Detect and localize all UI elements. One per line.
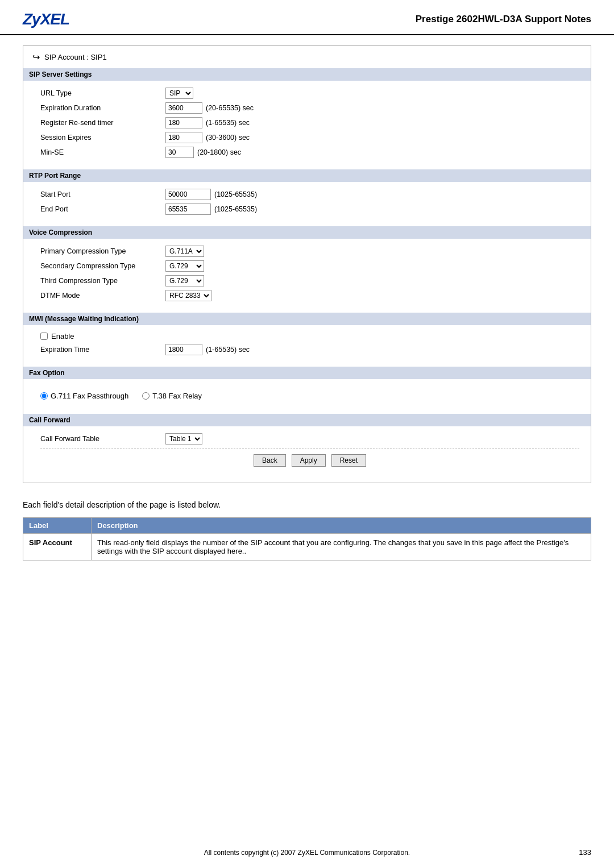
sip-server-body: URL Type SIP TEL Expiration Duration (20… — [23, 81, 591, 169]
sip-account-table-desc: This read-only field displays the number… — [92, 534, 591, 560]
sip-account-label: SIP Account : SIP1 — [44, 53, 107, 61]
url-type-select[interactable]: SIP TEL — [165, 88, 193, 99]
mwi-expiration-input[interactable] — [165, 344, 202, 355]
sip-account-row: ↪ SIP Account : SIP1 — [23, 46, 591, 68]
mwi-expiration-range: (1-65535) sec — [206, 346, 250, 354]
register-resend-value: (1-65535) sec — [165, 117, 250, 128]
fax-relay-radio[interactable] — [142, 392, 150, 400]
register-resend-row: Register Re-send timer (1-65535) sec — [40, 117, 579, 128]
voice-compression-header: Voice Compression — [23, 226, 591, 239]
third-compression-row: Third Compression Type G.711A G.711U G.7… — [40, 275, 579, 286]
secondary-compression-row: Secondary Compression Type G.711A G.711U… — [40, 260, 579, 272]
fax-relay-label: T.38 Fax Relay — [152, 392, 202, 400]
fax-passthrough-option: G.711 Fax Passthrough — [40, 392, 128, 400]
cursor-icon: ↪ — [32, 52, 40, 63]
url-type-value: SIP TEL — [165, 88, 193, 99]
footer-copyright: All contents copyright (c) 2007 ZyXEL Co… — [0, 849, 614, 857]
session-expires-range: (30-3600) sec — [206, 134, 250, 142]
end-port-row: End Port (1025-65535) — [40, 203, 579, 215]
mwi-header: MWI (Message Waiting Indication) — [23, 313, 591, 325]
apply-button[interactable]: Apply — [292, 454, 326, 467]
session-expires-label: Session Expires — [40, 134, 165, 142]
url-type-label: URL Type — [40, 89, 165, 97]
back-button[interactable]: Back — [254, 454, 286, 467]
third-compression-value: G.711A G.711U G.729 — [165, 275, 204, 286]
page-header: ZyXEL Prestige 2602HWL-D3A Support Notes — [0, 0, 614, 35]
url-type-row: URL Type SIP TEL — [40, 88, 579, 99]
call-forward-header: Call Forward — [23, 414, 591, 426]
end-port-range: (1025-65535) — [214, 205, 257, 213]
mwi-enable-checkbox[interactable] — [40, 333, 48, 340]
settings-panel: ↪ SIP Account : SIP1 SIP Server Settings… — [23, 45, 591, 483]
fax-body: G.711 Fax Passthrough T.38 Fax Relay — [23, 379, 591, 414]
mwi-expiration-row: Expiration Time (1-65535) sec — [40, 344, 579, 355]
sip-server-header: SIP Server Settings — [23, 68, 591, 81]
start-port-range: (1025-65535) — [214, 190, 257, 198]
button-row: Back Apply Reset — [40, 448, 579, 475]
fax-options-row: G.711 Fax Passthrough T.38 Fax Relay — [40, 386, 579, 406]
expiration-duration-range: (20-65535) sec — [206, 104, 254, 112]
primary-compression-value: G.711A G.711U G.729 — [165, 246, 204, 257]
call-forward-table-select[interactable]: Table 1 Table 2 Table 3 — [165, 433, 202, 445]
expiration-duration-label: Expiration Duration — [40, 104, 165, 112]
fax-header: Fax Option — [23, 367, 591, 379]
dtmf-mode-row: DTMF Mode RFC 2833 SIP INFO Inband — [40, 290, 579, 301]
mwi-expiration-label: Expiration Time — [40, 346, 165, 354]
dtmf-mode-label: DTMF Mode — [40, 292, 165, 300]
call-forward-table-value: Table 1 Table 2 Table 3 — [165, 433, 202, 445]
secondary-compression-select[interactable]: G.711A G.711U G.729 — [165, 260, 204, 272]
description-intro: Each field's detail description of the p… — [23, 500, 591, 509]
table-row: SIP Account This read-only field display… — [23, 534, 591, 560]
mwi-expiration-value: (1-65535) sec — [165, 344, 250, 355]
voice-compression-body: Primary Compression Type G.711A G.711U G… — [23, 239, 591, 313]
description-section: Each field's detail description of the p… — [0, 500, 614, 560]
page-title: Prestige 2602HWL-D3A Support Notes — [416, 14, 591, 25]
register-resend-input[interactable] — [165, 117, 202, 128]
end-port-value: (1025-65535) — [165, 203, 257, 215]
third-compression-label: Third Compression Type — [40, 277, 165, 285]
fax-passthrough-radio[interactable] — [40, 392, 48, 400]
session-expires-value: (30-3600) sec — [165, 132, 250, 143]
zyxel-logo: ZyXEL — [23, 10, 69, 28]
min-se-row: Min-SE (20-1800) sec — [40, 147, 579, 158]
third-compression-select[interactable]: G.711A G.711U G.729 — [165, 275, 204, 286]
call-forward-table-label: Call Forward Table — [40, 435, 165, 443]
call-forward-table-row: Call Forward Table Table 1 Table 2 Table… — [40, 433, 579, 445]
min-se-range: (20-1800) sec — [197, 148, 241, 156]
description-table: Label Description SIP Account This read-… — [23, 517, 591, 560]
start-port-value: (1025-65535) — [165, 189, 257, 200]
secondary-compression-value: G.711A G.711U G.729 — [165, 260, 204, 272]
table-col1-header: Label — [23, 518, 92, 534]
dtmf-mode-value: RFC 2833 SIP INFO Inband — [165, 290, 211, 301]
end-port-input[interactable] — [165, 203, 211, 215]
end-port-label: End Port — [40, 205, 165, 213]
expiration-duration-input[interactable] — [165, 102, 202, 114]
min-se-input[interactable] — [165, 147, 194, 158]
session-expires-row: Session Expires (30-3600) sec — [40, 132, 579, 143]
expiration-duration-value: (20-65535) sec — [165, 102, 254, 114]
register-resend-label: Register Re-send timer — [40, 119, 165, 127]
dtmf-mode-select[interactable]: RFC 2833 SIP INFO Inband — [165, 290, 211, 301]
reset-button[interactable]: Reset — [331, 454, 366, 467]
start-port-row: Start Port (1025-65535) — [40, 189, 579, 200]
start-port-label: Start Port — [40, 190, 165, 198]
fax-relay-option: T.38 Fax Relay — [142, 392, 202, 400]
main-content: ↪ SIP Account : SIP1 SIP Server Settings… — [0, 45, 614, 483]
primary-compression-row: Primary Compression Type G.711A G.711U G… — [40, 246, 579, 257]
table-col2-header: Description — [92, 518, 591, 534]
min-se-value: (20-1800) sec — [165, 147, 241, 158]
primary-compression-select[interactable]: G.711A G.711U G.729 — [165, 246, 204, 257]
primary-compression-label: Primary Compression Type — [40, 247, 165, 255]
mwi-body: Enable Expiration Time (1-65535) sec — [23, 325, 591, 367]
expiration-duration-row: Expiration Duration (20-65535) sec — [40, 102, 579, 114]
mwi-enable-row: Enable — [40, 332, 579, 340]
page-number: 133 — [579, 848, 591, 857]
start-port-input[interactable] — [165, 189, 211, 200]
register-resend-range: (1-65535) sec — [206, 119, 250, 127]
rtp-port-header: RTP Port Range — [23, 169, 591, 182]
secondary-compression-label: Secondary Compression Type — [40, 262, 165, 270]
fax-passthrough-label: G.711 Fax Passthrough — [51, 392, 128, 400]
mwi-enable-label: Enable — [51, 332, 74, 340]
session-expires-input[interactable] — [165, 132, 202, 143]
sip-account-table-label: SIP Account — [23, 534, 92, 560]
